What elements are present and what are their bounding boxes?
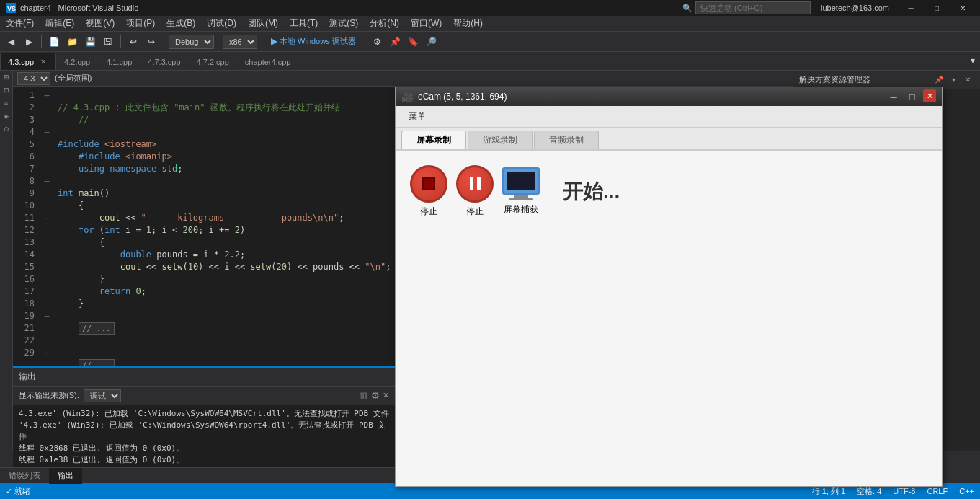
undo-button[interactable]: ↩	[125, 34, 141, 50]
minimize-button[interactable]: ─	[899, 0, 922, 16]
ocam-tab-screen-record[interactable]: 屏幕录制	[401, 131, 466, 149]
menu-team[interactable]: 团队(M)	[242, 16, 284, 32]
output-close-button[interactable]: ✕	[383, 390, 389, 401]
ocam-start-text: 开始...	[563, 178, 620, 206]
sidebar-icon-4[interactable]: ◈	[1, 112, 12, 123]
output-content: 4.3.exe' (Win32): 已加载 'C:\Windows\SysWOW…	[13, 405, 395, 467]
output-clear-button[interactable]: 🗑	[359, 390, 368, 401]
ocam-tab-game-record[interactable]: 游戏录制	[468, 131, 533, 149]
tab-4-7-2-cpp[interactable]: 4.7.2.cpp	[189, 53, 237, 70]
forward-button[interactable]: ▶	[21, 34, 37, 50]
monitor-base-icon	[509, 198, 533, 200]
save-button[interactable]: 💾	[82, 34, 98, 50]
output-header: 输出	[13, 368, 395, 387]
debug-config-select[interactable]: Debug	[169, 35, 214, 49]
pause-bar-right-icon	[477, 177, 481, 190]
status-ready: ✓ 就绪	[6, 486, 30, 497]
pin-panel-button[interactable]: 📌	[932, 74, 945, 87]
ocam-stop-button-1[interactable]: 停止	[410, 165, 447, 218]
scope-bar: 4.3 (全局范围)	[13, 71, 793, 87]
tab-4-1-cpp[interactable]: 4.1.cpp	[98, 53, 140, 70]
window-controls: ─ □ ✕	[899, 0, 974, 16]
menu-help[interactable]: 帮助(H)	[447, 16, 489, 32]
fold-btn-19[interactable]: ─	[42, 310, 52, 322]
output-settings-button[interactable]: ⚙	[371, 390, 380, 401]
user-account[interactable]: lubetech@163.com	[821, 4, 889, 12]
sidebar-icon-1[interactable]: ⊞	[1, 74, 12, 84]
menu-bar: 文件(F) 编辑(E) 视图(V) 项目(P) 生成(B) 调试(D) 团队(M…	[0, 16, 980, 32]
close-panel-button[interactable]: ✕	[961, 74, 974, 87]
ocam-tab-audio-record[interactable]: 音频录制	[534, 131, 599, 149]
menu-build[interactable]: 生成(B)	[161, 16, 201, 32]
fold-btn-8[interactable]: ─	[42, 175, 52, 187]
status-spaces: 空格: 4	[857, 486, 881, 497]
menu-project[interactable]: 项目(P)	[120, 16, 161, 32]
close-button[interactable]: ✕	[951, 0, 974, 16]
tab-overflow-button[interactable]: ▾	[966, 52, 980, 70]
toolbar-extra-2[interactable]: 📌	[388, 34, 404, 50]
menu-debug[interactable]: 调试(D)	[201, 16, 242, 32]
panel-options-button[interactable]: ▾	[947, 74, 960, 87]
menu-view[interactable]: 视图(V)	[80, 16, 120, 32]
scope-select[interactable]: 4.3	[17, 72, 50, 85]
search-icon: 🔍	[682, 4, 692, 13]
ocam-close-button[interactable]: ✕	[923, 89, 936, 102]
fold-btn-4[interactable]: ─	[42, 126, 52, 138]
ocam-screen-capture-button[interactable]: 屏幕捕获	[502, 167, 540, 216]
new-file-button[interactable]: 📄	[46, 34, 62, 50]
run-label: 本地 Windows 调试器	[280, 36, 356, 47]
ocam-stop-label-1: 停止	[420, 206, 437, 218]
sidebar-icon-2[interactable]: ⊡	[1, 87, 12, 97]
ocam-menu-item-1[interactable]: 菜单	[398, 107, 436, 125]
menu-tools[interactable]: 工具(T)	[284, 16, 324, 32]
tab-error-list[interactable]: 错误列表	[0, 468, 49, 484]
sidebar-icon-5[interactable]: ⊙	[1, 125, 12, 136]
fold-btn-11[interactable]: ─	[42, 212, 52, 224]
platform-select[interactable]: x86	[223, 35, 257, 49]
menu-file[interactable]: 文件(F)	[0, 16, 40, 32]
ocam-minimize-button[interactable]: ─	[886, 89, 901, 104]
redo-button[interactable]: ↪	[143, 34, 159, 50]
menu-edit[interactable]: 编辑(E)	[40, 16, 80, 32]
back-button[interactable]: ◀	[3, 34, 19, 50]
left-sidebar: ⊞ ⊡ ≡ ◈ ⊙	[0, 71, 13, 451]
status-crlf: CRLF	[927, 487, 948, 495]
toolbar-extra-1[interactable]: ⚙	[370, 34, 386, 50]
tab-label: 4.3.cpp	[8, 58, 34, 66]
menu-test[interactable]: 测试(S)	[324, 16, 364, 32]
menu-analyze[interactable]: 分析(N)	[364, 16, 405, 32]
open-file-button[interactable]: 📁	[64, 34, 80, 50]
ocam-maximize-button[interactable]: □	[904, 89, 920, 104]
monitor-screen-icon	[507, 172, 535, 190]
ocam-menu-bar: 菜单	[396, 106, 942, 128]
sidebar-icon-3[interactable]: ≡	[1, 100, 12, 110]
fold-btn-1[interactable]: ─	[42, 89, 52, 102]
solution-explorer-title: 解决方案资源管理器	[799, 74, 870, 85]
tab-close-4-3-cpp[interactable]: ✕	[38, 57, 48, 67]
output-line-4: 线程 0x1e38 已退出, 返回值为 0 (0x0)。	[19, 454, 389, 466]
output-line-3: 线程 0x2868 已退出, 返回值为 0 (0x0)。	[19, 443, 389, 454]
scope-range: (全局范围)	[55, 73, 92, 84]
tab-4-3-cpp[interactable]: 4.3.cpp ✕	[0, 53, 56, 70]
maximize-button[interactable]: □	[925, 0, 948, 16]
status-encoding: UTF-8	[893, 487, 915, 495]
menu-window[interactable]: 窗口(W)	[405, 16, 447, 32]
toolbar-extra-4[interactable]: 🔎	[424, 34, 440, 50]
save-all-button[interactable]: 🖫	[100, 34, 116, 50]
tab-4-7-3-cpp[interactable]: 4.7.3.cpp	[140, 53, 188, 70]
tab-4-2-cpp[interactable]: 4.2.cpp	[56, 53, 98, 70]
output-source-select[interactable]: 调试	[84, 389, 121, 402]
tab-label: 4.7.3.cpp	[148, 58, 180, 66]
svg-text:VS: VS	[7, 5, 16, 12]
tab-chapter4-cpp[interactable]: chapter4.cpp	[237, 53, 299, 70]
ocam-buttons-row: 停止 停止 屏幕捕获	[410, 165, 620, 218]
ocam-content: 停止 停止 屏幕捕获	[396, 151, 942, 486]
quick-launch-input[interactable]	[695, 1, 811, 14]
toolbar-extra-3[interactable]: 🔖	[406, 34, 422, 50]
run-button[interactable]: 本地 Windows 调试器	[267, 35, 360, 48]
tab-output[interactable]: 输出	[49, 468, 82, 484]
ocam-pause-button[interactable]: 停止	[456, 165, 494, 218]
output-source-bar: 显示输出来源(S): 调试 🗑 ⚙ ✕	[13, 387, 395, 405]
fold-btn-22[interactable]: ─	[42, 347, 52, 359]
toolbar: ◀ ▶ 📄 📁 💾 🖫 ↩ ↪ Debug x86 本地 Windows 调试器…	[0, 32, 980, 52]
